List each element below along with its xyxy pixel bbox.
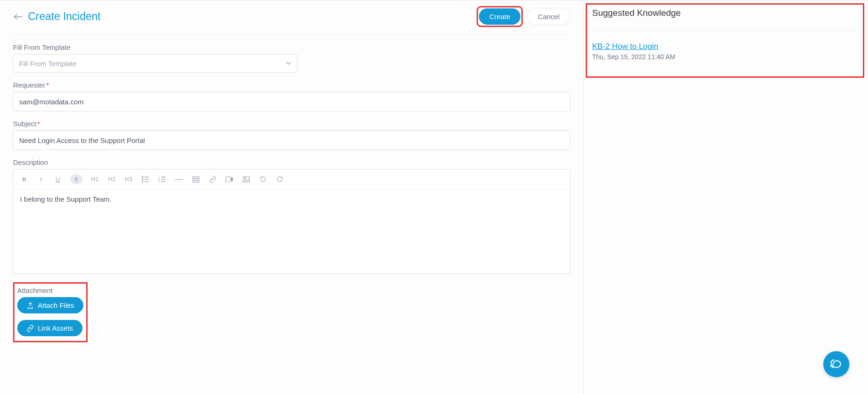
subject-label: Subject* bbox=[13, 120, 570, 128]
chat-icon bbox=[830, 358, 843, 371]
cancel-button[interactable]: Cancel bbox=[527, 8, 570, 25]
video-icon[interactable] bbox=[225, 174, 233, 184]
create-button[interactable]: Create bbox=[479, 8, 520, 25]
link-icon bbox=[27, 325, 34, 332]
subject-input[interactable] bbox=[13, 130, 570, 150]
kb-item: KB-2 How to Login Thu, Sep 15, 2022 11:4… bbox=[592, 42, 860, 61]
hr-icon[interactable] bbox=[175, 174, 183, 184]
svg-rect-18 bbox=[226, 177, 231, 182]
attachment-label: Attachment bbox=[17, 286, 83, 294]
underline-icon[interactable]: U bbox=[54, 174, 62, 184]
paragraph-icon[interactable]: ¶ bbox=[70, 174, 82, 184]
template-select[interactable]: Fill From Template bbox=[13, 54, 297, 73]
italic-icon[interactable]: I bbox=[37, 174, 45, 184]
svg-point-1 bbox=[142, 177, 143, 177]
upload-icon bbox=[27, 302, 34, 309]
requester-label: Requester* bbox=[13, 81, 570, 89]
suggested-knowledge-title: Suggested Knowledge bbox=[592, 8, 860, 31]
link-assets-button[interactable]: Link Assets bbox=[17, 320, 82, 336]
description-label: Description bbox=[13, 158, 570, 166]
svg-text:3: 3 bbox=[158, 180, 160, 183]
bold-icon[interactable]: B bbox=[20, 174, 28, 184]
description-textarea[interactable]: I belong to the Support Team. bbox=[14, 190, 570, 273]
kb-link[interactable]: KB-2 How to Login bbox=[592, 42, 860, 51]
chevron-down-icon bbox=[286, 61, 291, 65]
template-label: Fill From Template bbox=[13, 43, 570, 51]
page-title: Create Incident bbox=[28, 10, 101, 23]
kb-date: Thu, Sep 15, 2022 11:40 AM bbox=[592, 53, 860, 61]
link-icon[interactable] bbox=[208, 174, 217, 184]
attach-files-button[interactable]: Attach Files bbox=[17, 297, 83, 313]
h2-button[interactable]: H2 bbox=[108, 174, 116, 184]
bullet-list-icon[interactable] bbox=[141, 174, 150, 184]
svg-point-5 bbox=[142, 181, 143, 182]
chat-fab[interactable] bbox=[823, 351, 849, 377]
editor-toolbar: B I U ¶ H1 H2 H3 123 bbox=[14, 170, 570, 190]
template-placeholder: Fill From Template bbox=[19, 60, 76, 68]
description-editor: B I U ¶ H1 H2 H3 123 bbox=[13, 169, 570, 274]
number-list-icon[interactable]: 123 bbox=[158, 174, 166, 184]
undo-icon[interactable] bbox=[259, 174, 267, 184]
h1-button[interactable]: H1 bbox=[91, 174, 99, 184]
svg-marker-19 bbox=[231, 177, 232, 181]
back-arrow-icon[interactable] bbox=[13, 12, 23, 22]
svg-rect-13 bbox=[192, 177, 199, 182]
h3-button[interactable]: H3 bbox=[124, 174, 133, 184]
image-icon[interactable] bbox=[242, 174, 250, 184]
svg-point-21 bbox=[244, 177, 246, 179]
table-icon[interactable] bbox=[191, 174, 200, 184]
redo-icon[interactable] bbox=[275, 174, 284, 184]
requester-input[interactable] bbox=[13, 92, 570, 111]
svg-point-3 bbox=[142, 179, 143, 180]
